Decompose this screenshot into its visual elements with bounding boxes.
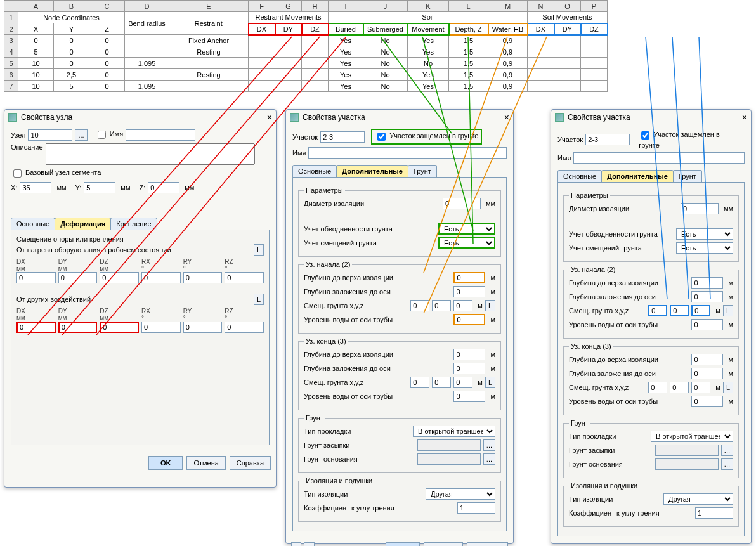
shift-x-0[interactable] (648, 305, 667, 316)
buried-checkbox[interactable] (377, 133, 386, 141)
L-button-0[interactable]: L (723, 305, 733, 316)
heat-DY[interactable] (58, 272, 98, 283)
base-node-checkbox[interactable] (13, 169, 22, 178)
col-header[interactable]: O (554, 1, 581, 12)
fill-browse[interactable]: ... (483, 439, 495, 451)
iso-type-select[interactable]: Другая (663, 493, 733, 505)
depth-axis-0[interactable] (453, 286, 485, 297)
x-input[interactable] (20, 182, 51, 193)
buried-checkbox[interactable] (641, 131, 649, 140)
tab-soil[interactable]: Грунт (673, 170, 702, 182)
name-input[interactable] (126, 129, 195, 141)
tab-main[interactable]: Основные (292, 165, 337, 177)
water-1[interactable] (691, 396, 723, 407)
col-header[interactable]: P (581, 1, 608, 12)
other-RZ[interactable] (225, 322, 264, 333)
ok-button[interactable]: OK (148, 456, 183, 470)
tab-soil[interactable]: Грунт (408, 165, 437, 177)
heat-RY[interactable] (183, 272, 223, 283)
node-browse-button[interactable]: ... (75, 129, 87, 141)
shift-x-1[interactable] (648, 382, 667, 393)
col-header[interactable]: J (363, 1, 408, 12)
section-name-input[interactable] (308, 147, 507, 159)
fill-browse[interactable]: ... (721, 445, 733, 456)
other-RY[interactable] (183, 322, 223, 333)
tab-deformation[interactable]: Деформация (55, 218, 111, 230)
col-header[interactable]: C (89, 1, 125, 12)
depth-axis-0[interactable] (691, 291, 723, 302)
tab-mounting[interactable]: Крепление (110, 218, 157, 230)
col-header[interactable]: E (169, 1, 249, 12)
other-DX[interactable] (16, 322, 56, 333)
other-DZ[interactable] (100, 322, 139, 333)
section-input[interactable] (585, 134, 630, 145)
col-header[interactable]: M (488, 1, 528, 12)
col-header[interactable]: D (125, 1, 169, 12)
lay-type-select[interactable]: В открытой траншее (651, 431, 733, 442)
submerged-select[interactable]: Есть (438, 223, 495, 235)
movement-select[interactable]: Есть (676, 242, 733, 254)
shift-x-1[interactable] (410, 377, 429, 388)
tab-extra[interactable]: Дополнительные (601, 170, 674, 182)
section-name-input[interactable] (573, 152, 745, 164)
col-header[interactable]: A (18, 1, 54, 12)
col-header[interactable]: H (302, 1, 329, 12)
water-1[interactable] (453, 391, 485, 402)
other-DY[interactable] (58, 322, 98, 333)
depth-top-0[interactable] (453, 272, 485, 283)
depth-top-0[interactable] (691, 277, 723, 289)
col-header[interactable]: G (275, 1, 302, 12)
col-header[interactable]: K (408, 1, 449, 12)
base-soil[interactable] (417, 453, 481, 465)
L-button-1[interactable]: L (723, 382, 733, 393)
shift-z-1[interactable] (691, 382, 710, 393)
shift-y-0[interactable] (432, 300, 451, 311)
col-header[interactable]: L (449, 1, 488, 12)
shift-y-0[interactable] (670, 305, 689, 316)
cancel-button[interactable]: Отмена (186, 456, 225, 470)
shift-y-1[interactable] (432, 377, 451, 388)
friction-coef[interactable] (695, 507, 733, 519)
lay-type-select[interactable]: В открытой траншее (413, 426, 495, 437)
col-header[interactable]: I (329, 1, 363, 12)
y-input[interactable] (84, 182, 115, 193)
shift-z-1[interactable] (453, 377, 472, 388)
heat-DZ[interactable] (100, 272, 139, 283)
tab-extra[interactable]: Дополнительные (336, 165, 408, 177)
shift-x-0[interactable] (410, 300, 429, 311)
diam-input[interactable] (681, 203, 719, 214)
friction-coef[interactable] (457, 502, 495, 514)
col-header[interactable]: B (54, 1, 89, 12)
help-button[interactable]: Справка (230, 456, 271, 470)
col-header[interactable]: N (528, 1, 554, 12)
tab-main[interactable]: Основные (557, 170, 602, 182)
close-icon[interactable]: × (742, 112, 747, 122)
shift-z-0[interactable] (453, 300, 472, 311)
col-header[interactable]: F (249, 1, 275, 12)
heat-RX[interactable] (141, 272, 181, 283)
L-button-0[interactable]: L (485, 300, 495, 311)
section-input[interactable] (320, 131, 365, 143)
base-browse[interactable]: ... (721, 458, 733, 470)
depth-top-1[interactable] (691, 354, 723, 365)
fill-soil[interactable] (417, 439, 481, 451)
depth-top-1[interactable] (453, 349, 485, 360)
water-0[interactable] (691, 319, 723, 330)
diam-input[interactable] (443, 198, 481, 209)
name-checkbox[interactable] (98, 131, 106, 139)
depth-axis-1[interactable] (691, 368, 723, 379)
L-button-2[interactable]: L (254, 294, 264, 305)
shift-z-0[interactable] (691, 305, 710, 316)
fill-soil[interactable] (655, 445, 719, 456)
L-button-1[interactable]: L (254, 244, 264, 256)
heat-RZ[interactable] (225, 272, 264, 283)
desc-input[interactable] (46, 143, 255, 165)
water-0[interactable] (453, 314, 485, 325)
L-button-1[interactable]: L (485, 377, 495, 388)
next-button[interactable]: > (304, 542, 314, 546)
cancel-button[interactable]: Отмена (424, 542, 462, 546)
z-input[interactable] (148, 182, 179, 193)
close-icon[interactable]: × (504, 112, 509, 122)
help-button[interactable]: Справка (467, 542, 508, 546)
tab-main[interactable]: Основные (11, 218, 55, 230)
